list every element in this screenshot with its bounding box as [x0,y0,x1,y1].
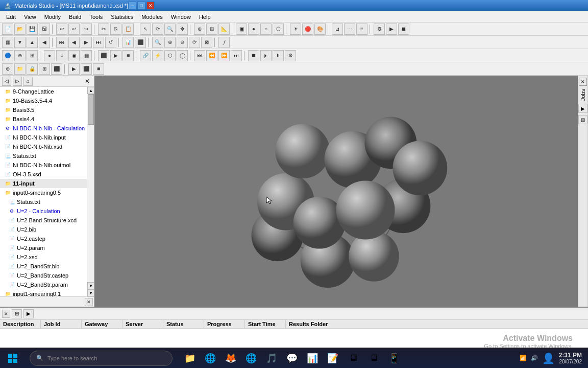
menu-build[interactable]: Build [65,13,85,21]
tb2-10[interactable]: 📊 [122,37,134,48]
jobs-close-btn[interactable]: ✕ [579,78,587,86]
tb4-8[interactable]: ◾ [93,63,104,75]
sidebar-item[interactable]: 📄U=2 Band Structure.xcd [0,216,87,225]
sidebar-item[interactable]: 📄U=2.xsd [0,252,87,262]
menu-window[interactable]: Window [167,13,195,21]
viewer-area[interactable] [94,76,578,307]
menu-tools[interactable]: Tools [86,13,107,21]
sidebar-item[interactable]: 📄Ni BDC-Nib-Nib.outmol [0,160,87,170]
tb3-15[interactable]: ⏮ [194,50,205,61]
tb3-1[interactable]: 🔵 [2,50,13,61]
taskbar-search[interactable]: 🔍 Type here to search [30,351,173,366]
tb3-12[interactable]: ⚡ [152,50,163,61]
tb-redo[interactable]: ↪ [81,24,92,35]
tb-style3[interactable]: ○ [260,24,272,35]
menu-edit[interactable]: Edit [2,13,20,21]
sidebar-item[interactable]: 📁input0-smearing0.5 [0,188,87,197]
tb4-7[interactable]: ⬛ [81,63,92,75]
maximize-button[interactable]: □ [137,2,145,10]
taskbar-app3[interactable]: 📱 [385,349,403,367]
tb2-3[interactable]: ▲ [27,37,38,48]
tb2-11[interactable]: ⬛ [135,37,146,48]
tb2-12[interactable]: 🔍 [152,37,163,48]
sidebar-item[interactable]: 📁Basis4.4 [0,114,87,124]
sidebar-item[interactable]: ⚙Ni BDC-Nib-Nib - Calculation [0,124,87,133]
jobs-label[interactable]: Jobs [580,87,586,103]
tb-style1[interactable]: ▣ [236,24,247,35]
menu-statistics[interactable]: Statistics [107,13,137,21]
tb2-5[interactable]: ⏮ [56,37,67,48]
taskbar-firefox[interactable]: 🦊 [222,349,240,367]
sidebar-item[interactable]: 📄U=2_BandStr.param [0,280,87,289]
menu-modules[interactable]: Modules [137,13,167,21]
tb3-17[interactable]: ⏩ [218,50,230,61]
tb4-3[interactable]: 🔒 [27,63,38,75]
sidebar-scrollbar[interactable]: ▲ ▼ ▼ [87,87,94,296]
tb4-1[interactable]: ⊕ [2,63,13,75]
tb-add-atom[interactable]: ⊕ [194,24,205,35]
tb-undo2[interactable]: ↩ [68,24,80,35]
tb2-7[interactable]: ▶ [81,37,92,48]
scroll-up-arrow[interactable]: ▲ [87,87,94,94]
tb2-14[interactable]: ⊖ [177,37,188,48]
sidebar-nav-back[interactable]: ◁ [2,77,11,86]
tb3-11[interactable]: 🔗 [140,50,151,61]
sidebar-item[interactable]: 📄U=2.param [0,243,87,252]
tb3-4[interactable]: ● [44,50,55,61]
tb2-16[interactable]: ⊠ [201,37,212,48]
sidebar-item[interactable]: 📄U=2_BandStr.bib [0,262,87,271]
tb-stop[interactable]: ⏹ [398,24,409,35]
sidebar-close[interactable]: ✕ [83,77,92,86]
sidebar-item[interactable]: ⚙U=2 - Calculation [0,206,87,216]
tb4-4[interactable]: ⊞ [39,63,50,75]
tb3-3[interactable]: ⊞ [27,50,38,61]
tb-undo[interactable]: ↩ [56,24,67,35]
tb-calc[interactable]: ⚙ [374,24,385,35]
taskbar-app2[interactable]: 🖥 [364,349,383,367]
sidebar-item[interactable]: 📃Status.txt [0,151,87,160]
tb-light[interactable]: ☀ [290,24,301,35]
start-button[interactable] [0,348,26,369]
sidebar-item[interactable]: 📁10-Basis3.5-4.4 [0,96,87,105]
tb3-20[interactable]: ⏵ [260,50,272,61]
sidebar-item[interactable]: 📁9-ChangeLattice [0,87,87,96]
sidebar-item[interactable]: 📁input1-smearing0.1 [0,289,87,296]
tb-open[interactable]: 📂 [14,24,26,35]
sidebar-item[interactable]: 📄U=2_BandStr.castep [0,271,87,280]
tb-element[interactable]: 🔴 [302,24,313,35]
jobs-icon-2[interactable]: ⊞ [578,115,587,124]
scrollbar-thumb[interactable] [88,94,94,125]
sidebar-item[interactable]: 📃Status.txt [0,197,87,206]
tb-color[interactable]: 🎨 [314,24,326,35]
sidebar-item[interactable]: 📄Ni BDC-Nib-Nib.input [0,133,87,142]
taskbar-media[interactable]: 🎵 [262,349,281,367]
tb-measure[interactable]: 📐 [218,24,230,35]
tb-sym2[interactable]: ⋯ [344,24,355,35]
close-button[interactable]: ✕ [146,2,155,10]
tb-new[interactable]: 📄 [2,24,13,35]
sidebar-home[interactable]: ⌂ [23,77,33,86]
tb3-2[interactable]: ⊕ [14,50,26,61]
sidebar-item[interactable]: 📁Basis3.5 [0,105,87,114]
sidebar-item[interactable]: 📁11-input [0,179,87,188]
sidebar-item[interactable]: 📄U=2.castep [0,234,87,243]
tb-style2[interactable]: ● [248,24,259,35]
tb-calc2[interactable]: ▶ [386,24,397,35]
taskbar-wechat[interactable]: 💬 [283,349,301,367]
jobs-icon-1[interactable]: ▶ [578,104,587,113]
tb-save2[interactable]: 🖫 [39,24,50,35]
minimize-button[interactable]: ─ [128,2,136,10]
tb-style4[interactable]: ⬡ [273,24,284,35]
tb-sym1[interactable]: ⊿ [332,24,343,35]
tb3-18[interactable]: ⏭ [231,50,242,61]
tb3-6[interactable]: ◉ [68,50,80,61]
tb2-9[interactable]: ↺ [105,37,116,48]
tb-save[interactable]: 💾 [27,24,38,35]
tb3-10[interactable]: ◾ [122,50,134,61]
bottom-close-btn[interactable]: ✕ [2,310,10,318]
tb2-13[interactable]: ⊕ [164,37,176,48]
tb4-6[interactable]: ▶ [68,63,80,75]
sidebar-item[interactable]: 📄OH-3.5.xsd [0,170,87,179]
taskbar-ie[interactable]: 🌐 [242,349,260,367]
taskbar-file-explorer[interactable]: 📁 [181,349,199,367]
